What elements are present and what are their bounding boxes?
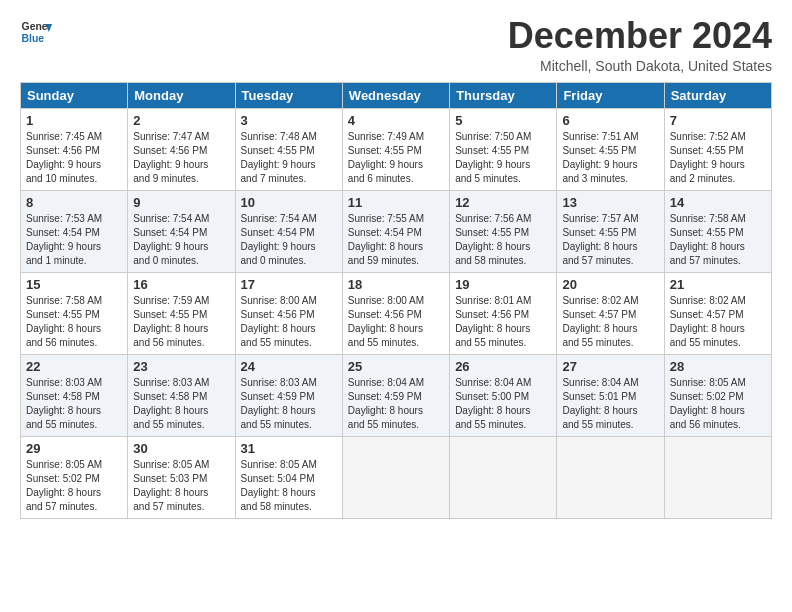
- day-info: Sunrise: 8:01 AM Sunset: 4:56 PM Dayligh…: [455, 294, 551, 350]
- table-row: [342, 436, 449, 518]
- table-row: 9Sunrise: 7:54 AM Sunset: 4:54 PM Daylig…: [128, 190, 235, 272]
- table-row: 23Sunrise: 8:03 AM Sunset: 4:58 PM Dayli…: [128, 354, 235, 436]
- table-row: 21Sunrise: 8:02 AM Sunset: 4:57 PM Dayli…: [664, 272, 771, 354]
- logo-icon: General Blue: [20, 16, 52, 48]
- table-row: 25Sunrise: 8:04 AM Sunset: 4:59 PM Dayli…: [342, 354, 449, 436]
- day-number: 16: [133, 277, 229, 292]
- day-info: Sunrise: 8:03 AM Sunset: 4:59 PM Dayligh…: [241, 376, 337, 432]
- day-number: 25: [348, 359, 444, 374]
- table-row: 11Sunrise: 7:55 AM Sunset: 4:54 PM Dayli…: [342, 190, 449, 272]
- table-row: 16Sunrise: 7:59 AM Sunset: 4:55 PM Dayli…: [128, 272, 235, 354]
- table-row: 15Sunrise: 7:58 AM Sunset: 4:55 PM Dayli…: [21, 272, 128, 354]
- day-number: 11: [348, 195, 444, 210]
- day-info: Sunrise: 7:54 AM Sunset: 4:54 PM Dayligh…: [241, 212, 337, 268]
- day-number: 26: [455, 359, 551, 374]
- table-row: 4Sunrise: 7:49 AM Sunset: 4:55 PM Daylig…: [342, 108, 449, 190]
- table-row: 24Sunrise: 8:03 AM Sunset: 4:59 PM Dayli…: [235, 354, 342, 436]
- day-number: 1: [26, 113, 122, 128]
- location: Mitchell, South Dakota, United States: [508, 58, 772, 74]
- table-row: [664, 436, 771, 518]
- col-thursday: Thursday: [450, 82, 557, 108]
- table-row: 2Sunrise: 7:47 AM Sunset: 4:56 PM Daylig…: [128, 108, 235, 190]
- calendar-week-row: 8Sunrise: 7:53 AM Sunset: 4:54 PM Daylig…: [21, 190, 772, 272]
- day-number: 4: [348, 113, 444, 128]
- day-number: 10: [241, 195, 337, 210]
- table-row: 8Sunrise: 7:53 AM Sunset: 4:54 PM Daylig…: [21, 190, 128, 272]
- day-info: Sunrise: 7:59 AM Sunset: 4:55 PM Dayligh…: [133, 294, 229, 350]
- day-number: 27: [562, 359, 658, 374]
- day-info: Sunrise: 7:56 AM Sunset: 4:55 PM Dayligh…: [455, 212, 551, 268]
- day-number: 6: [562, 113, 658, 128]
- calendar-week-row: 1Sunrise: 7:45 AM Sunset: 4:56 PM Daylig…: [21, 108, 772, 190]
- day-info: Sunrise: 8:05 AM Sunset: 5:02 PM Dayligh…: [670, 376, 766, 432]
- day-number: 14: [670, 195, 766, 210]
- day-number: 12: [455, 195, 551, 210]
- day-info: Sunrise: 7:58 AM Sunset: 4:55 PM Dayligh…: [26, 294, 122, 350]
- day-number: 13: [562, 195, 658, 210]
- day-number: 2: [133, 113, 229, 128]
- calendar-week-row: 22Sunrise: 8:03 AM Sunset: 4:58 PM Dayli…: [21, 354, 772, 436]
- day-number: 20: [562, 277, 658, 292]
- col-tuesday: Tuesday: [235, 82, 342, 108]
- svg-text:Blue: Blue: [22, 33, 45, 44]
- calendar-week-row: 15Sunrise: 7:58 AM Sunset: 4:55 PM Dayli…: [21, 272, 772, 354]
- day-info: Sunrise: 7:50 AM Sunset: 4:55 PM Dayligh…: [455, 130, 551, 186]
- day-info: Sunrise: 8:03 AM Sunset: 4:58 PM Dayligh…: [133, 376, 229, 432]
- day-info: Sunrise: 8:04 AM Sunset: 4:59 PM Dayligh…: [348, 376, 444, 432]
- col-wednesday: Wednesday: [342, 82, 449, 108]
- day-info: Sunrise: 8:04 AM Sunset: 5:01 PM Dayligh…: [562, 376, 658, 432]
- day-number: 19: [455, 277, 551, 292]
- table-row: 22Sunrise: 8:03 AM Sunset: 4:58 PM Dayli…: [21, 354, 128, 436]
- day-number: 5: [455, 113, 551, 128]
- page: General Blue December 2024 Mitchell, Sou…: [0, 0, 792, 529]
- day-info: Sunrise: 8:03 AM Sunset: 4:58 PM Dayligh…: [26, 376, 122, 432]
- table-row: 1Sunrise: 7:45 AM Sunset: 4:56 PM Daylig…: [21, 108, 128, 190]
- table-row: 27Sunrise: 8:04 AM Sunset: 5:01 PM Dayli…: [557, 354, 664, 436]
- day-info: Sunrise: 8:04 AM Sunset: 5:00 PM Dayligh…: [455, 376, 551, 432]
- day-info: Sunrise: 7:51 AM Sunset: 4:55 PM Dayligh…: [562, 130, 658, 186]
- day-number: 9: [133, 195, 229, 210]
- day-number: 22: [26, 359, 122, 374]
- day-info: Sunrise: 8:00 AM Sunset: 4:56 PM Dayligh…: [241, 294, 337, 350]
- day-info: Sunrise: 7:47 AM Sunset: 4:56 PM Dayligh…: [133, 130, 229, 186]
- day-info: Sunrise: 8:02 AM Sunset: 4:57 PM Dayligh…: [562, 294, 658, 350]
- calendar-header-row: Sunday Monday Tuesday Wednesday Thursday…: [21, 82, 772, 108]
- day-number: 24: [241, 359, 337, 374]
- day-info: Sunrise: 7:55 AM Sunset: 4:54 PM Dayligh…: [348, 212, 444, 268]
- table-row: 30Sunrise: 8:05 AM Sunset: 5:03 PM Dayli…: [128, 436, 235, 518]
- table-row: 7Sunrise: 7:52 AM Sunset: 4:55 PM Daylig…: [664, 108, 771, 190]
- day-info: Sunrise: 7:57 AM Sunset: 4:55 PM Dayligh…: [562, 212, 658, 268]
- table-row: 14Sunrise: 7:58 AM Sunset: 4:55 PM Dayli…: [664, 190, 771, 272]
- day-number: 17: [241, 277, 337, 292]
- day-info: Sunrise: 7:49 AM Sunset: 4:55 PM Dayligh…: [348, 130, 444, 186]
- header: General Blue December 2024 Mitchell, Sou…: [20, 16, 772, 74]
- day-number: 21: [670, 277, 766, 292]
- day-info: Sunrise: 8:05 AM Sunset: 5:02 PM Dayligh…: [26, 458, 122, 514]
- col-monday: Monday: [128, 82, 235, 108]
- day-info: Sunrise: 7:48 AM Sunset: 4:55 PM Dayligh…: [241, 130, 337, 186]
- col-sunday: Sunday: [21, 82, 128, 108]
- table-row: 5Sunrise: 7:50 AM Sunset: 4:55 PM Daylig…: [450, 108, 557, 190]
- day-number: 3: [241, 113, 337, 128]
- day-number: 15: [26, 277, 122, 292]
- table-row: [557, 436, 664, 518]
- table-row: 31Sunrise: 8:05 AM Sunset: 5:04 PM Dayli…: [235, 436, 342, 518]
- calendar-table: Sunday Monday Tuesday Wednesday Thursday…: [20, 82, 772, 519]
- table-row: 10Sunrise: 7:54 AM Sunset: 4:54 PM Dayli…: [235, 190, 342, 272]
- table-row: 28Sunrise: 8:05 AM Sunset: 5:02 PM Dayli…: [664, 354, 771, 436]
- day-number: 31: [241, 441, 337, 456]
- day-number: 30: [133, 441, 229, 456]
- day-number: 28: [670, 359, 766, 374]
- day-info: Sunrise: 7:53 AM Sunset: 4:54 PM Dayligh…: [26, 212, 122, 268]
- table-row: 12Sunrise: 7:56 AM Sunset: 4:55 PM Dayli…: [450, 190, 557, 272]
- col-saturday: Saturday: [664, 82, 771, 108]
- table-row: 3Sunrise: 7:48 AM Sunset: 4:55 PM Daylig…: [235, 108, 342, 190]
- col-friday: Friday: [557, 82, 664, 108]
- day-info: Sunrise: 8:00 AM Sunset: 4:56 PM Dayligh…: [348, 294, 444, 350]
- day-info: Sunrise: 7:45 AM Sunset: 4:56 PM Dayligh…: [26, 130, 122, 186]
- day-number: 23: [133, 359, 229, 374]
- table-row: 20Sunrise: 8:02 AM Sunset: 4:57 PM Dayli…: [557, 272, 664, 354]
- table-row: 17Sunrise: 8:00 AM Sunset: 4:56 PM Dayli…: [235, 272, 342, 354]
- calendar-week-row: 29Sunrise: 8:05 AM Sunset: 5:02 PM Dayli…: [21, 436, 772, 518]
- day-number: 7: [670, 113, 766, 128]
